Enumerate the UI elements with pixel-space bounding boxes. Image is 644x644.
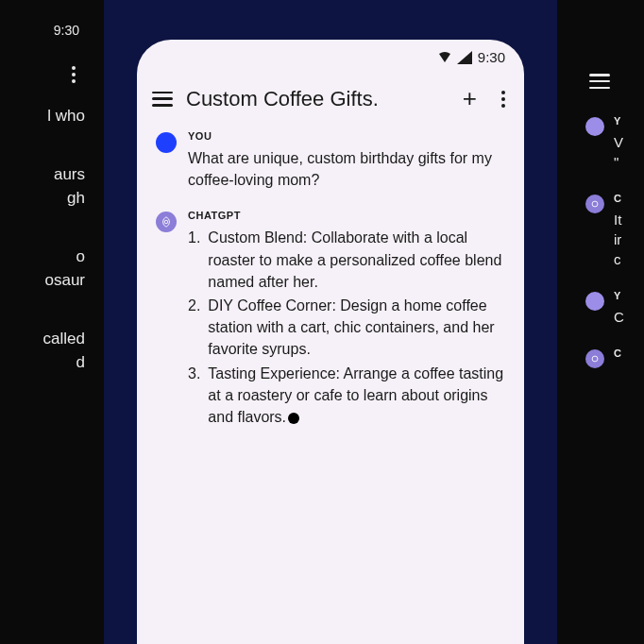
user-label: YOU <box>188 130 505 142</box>
bot-label: C <box>614 193 621 204</box>
signal-icon <box>457 51 472 64</box>
bot-label: CHATGPT <box>188 210 505 221</box>
hamburger-menu-icon[interactable] <box>589 74 610 89</box>
user-message: YOU What are unique, custom birthday gif… <box>156 130 505 191</box>
bot-avatar <box>585 349 604 368</box>
fragment-text: o osaur <box>0 245 89 293</box>
status-time: 9:30 <box>54 23 79 38</box>
list-item: 3.Tasting Experience: Arrange a coffee t… <box>188 363 505 429</box>
center-panel: 9:30 Custom Coffee Gifts. + YOU What are… <box>104 0 557 644</box>
typing-cursor-icon <box>288 413 299 424</box>
user-avatar <box>585 292 604 311</box>
msg-text: C <box>614 307 624 327</box>
more-menu-icon[interactable] <box>68 66 79 83</box>
bot-avatar <box>156 212 177 232</box>
svg-point-0 <box>164 221 168 225</box>
msg-text: V " <box>614 132 623 172</box>
phone-left-dark: 9:30 l who aurs gh o osaur called d <box>0 0 104 644</box>
chat-container: YOU What are unique, custom birthday gif… <box>137 130 524 430</box>
app-header: Custom Coffee Gifts. + <box>137 71 524 130</box>
svg-point-2 <box>592 356 598 362</box>
fragment-text: called d <box>0 327 89 375</box>
bot-response-list: 1.Custom Blend: Collaborate with a local… <box>188 227 505 428</box>
phone-right-dark: Y V " C It ir c Y C <box>557 0 644 644</box>
user-message: Y C <box>585 290 644 327</box>
status-time: 9:30 <box>478 49 505 65</box>
bot-avatar <box>585 195 604 213</box>
right-panel: Y V " C It ir c Y C <box>557 0 644 644</box>
left-panel: 9:30 l who aurs gh o osaur called d <box>0 0 104 644</box>
new-chat-button[interactable]: + <box>455 84 484 113</box>
user-label: Y <box>614 115 623 127</box>
status-bar: 9:30 <box>137 40 524 71</box>
status-bar: 9:30 <box>0 23 89 49</box>
fragment-text: aurs gh <box>0 162 89 211</box>
user-avatar <box>585 117 604 136</box>
user-message: Y V " <box>585 115 644 172</box>
bot-label: C <box>614 347 621 359</box>
user-avatar <box>156 132 177 153</box>
wifi-icon <box>436 51 453 64</box>
page-title: Custom Coffee Gifts. <box>186 87 442 111</box>
phone-center: 9:30 Custom Coffee Gifts. + YOU What are… <box>137 40 524 644</box>
fragment-text: l who <box>0 104 89 128</box>
svg-point-1 <box>592 201 598 207</box>
list-item: 2.DIY Coffee Corner: Design a home coffe… <box>188 295 505 361</box>
bot-message: C It ir c <box>585 193 644 269</box>
user-text: What are unique, custom birthday gifts f… <box>188 147 505 191</box>
user-label: Y <box>614 290 624 301</box>
msg-text: It ir c <box>614 210 621 269</box>
hamburger-menu-icon[interactable] <box>152 92 173 107</box>
bot-message: C <box>585 347 644 368</box>
more-menu-icon[interactable] <box>498 91 509 108</box>
bot-message: CHATGPT 1.Custom Blend: Collaborate with… <box>156 210 505 430</box>
list-item: 1.Custom Blend: Collaborate with a local… <box>188 227 505 293</box>
